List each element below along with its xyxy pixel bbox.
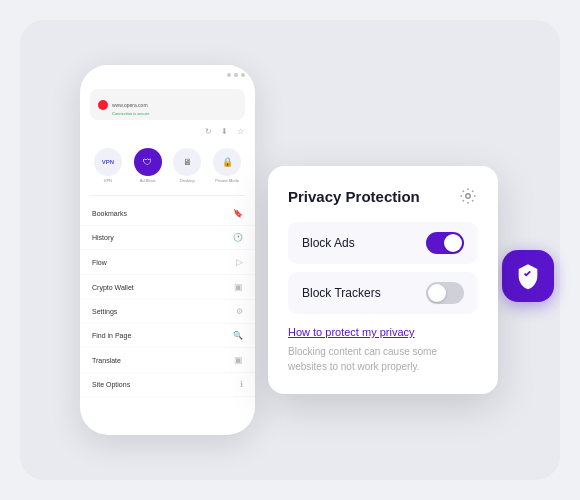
block-trackers-thumb [428, 284, 446, 302]
url-text: www.opera.com [112, 102, 148, 108]
menu-item-translate[interactable]: Translate ▣ [80, 348, 255, 373]
panel-title: Privacy Protection [288, 188, 420, 205]
divider-1 [90, 195, 245, 196]
phone-menu: Bookmarks 🔖 History 🕐 Flow ▷ Crypto Wall… [80, 198, 255, 435]
refresh-icon[interactable]: ↻ [203, 126, 213, 136]
quick-actions: VPN VPN 🛡 Ad Block 🖥 Desktop 🔒 Private M… [80, 142, 255, 189]
adblock-icon: 🛡 [134, 148, 162, 176]
star-icon[interactable]: ☆ [235, 126, 245, 136]
menu-label-translate: Translate [92, 357, 121, 364]
menu-label-site-options: Site Options [92, 381, 130, 388]
menu-icon-flow: ▷ [236, 257, 243, 267]
menu-label-bookmarks: Bookmarks [92, 210, 127, 217]
block-trackers-row: Block Trackers [288, 272, 478, 314]
status-wifi [234, 73, 238, 77]
svg-point-0 [466, 194, 471, 199]
menu-icon-history: 🕐 [233, 233, 243, 242]
menu-icon-bookmarks: 🔖 [233, 209, 243, 218]
vpn-label: VPN [104, 178, 112, 183]
private-icon: 🔒 [213, 148, 241, 176]
secure-label: Connection is secure [112, 111, 237, 116]
menu-icon-site-options: ℹ [240, 380, 243, 389]
phone-toolbar: ↻ ⬇ ☆ [80, 124, 255, 138]
menu-item-bookmarks[interactable]: Bookmarks 🔖 [80, 202, 255, 226]
block-trackers-toggle[interactable] [426, 282, 464, 304]
privacy-panel: Privacy Protection Block Ads Block Track… [268, 166, 498, 394]
phone-mockup: www.opera.com Connection is secure ↻ ⬇ ☆… [80, 65, 255, 435]
menu-label-flow: Flow [92, 259, 107, 266]
adblock-label: Ad Block [140, 178, 156, 183]
desktop-label: Desktop [180, 178, 195, 183]
menu-icon-crypto: ▣ [234, 282, 243, 292]
download-icon[interactable]: ⬇ [219, 126, 229, 136]
desktop-icon: 🖥 [173, 148, 201, 176]
quick-action-vpn[interactable]: VPN VPN [94, 148, 122, 183]
block-ads-toggle[interactable] [426, 232, 464, 254]
phone-status-bar [80, 65, 255, 85]
menu-icon-find: 🔍 [233, 331, 243, 340]
menu-item-flow[interactable]: Flow ▷ [80, 250, 255, 275]
shield-icon [514, 262, 542, 290]
status-signal [227, 73, 231, 77]
url-bar[interactable]: www.opera.com Connection is secure [90, 89, 245, 120]
block-ads-thumb [444, 234, 462, 252]
panel-header: Privacy Protection [288, 186, 478, 206]
menu-item-site-options[interactable]: Site Options ℹ [80, 373, 255, 397]
menu-label-history: History [92, 234, 114, 241]
menu-icon-settings: ⚙ [236, 307, 243, 316]
settings-gear-icon[interactable] [458, 186, 478, 206]
menu-item-settings[interactable]: Settings ⚙ [80, 300, 255, 324]
private-label: Private Mode [215, 178, 239, 183]
shield-badge [502, 250, 554, 302]
quick-action-desktop[interactable]: 🖥 Desktop [173, 148, 201, 183]
vpn-icon: VPN [94, 148, 122, 176]
menu-item-crypto[interactable]: Crypto Wallet ▣ [80, 275, 255, 300]
block-trackers-label: Block Trackers [302, 286, 381, 300]
privacy-note: Blocking content can cause some websites… [288, 344, 478, 374]
menu-label-crypto: Crypto Wallet [92, 284, 134, 291]
scene: www.opera.com Connection is secure ↻ ⬇ ☆… [20, 20, 560, 480]
menu-icon-translate: ▣ [234, 355, 243, 365]
block-ads-row: Block Ads [288, 222, 478, 264]
status-battery [241, 73, 245, 77]
menu-item-history[interactable]: History 🕐 [80, 226, 255, 250]
opera-logo [98, 100, 108, 110]
quick-action-private[interactable]: 🔒 Private Mode [213, 148, 241, 183]
menu-label-settings: Settings [92, 308, 117, 315]
menu-item-find[interactable]: Find in Page 🔍 [80, 324, 255, 348]
privacy-link[interactable]: How to protect my privacy [288, 326, 478, 338]
block-ads-label: Block Ads [302, 236, 355, 250]
quick-action-adblock[interactable]: 🛡 Ad Block [134, 148, 162, 183]
menu-label-find: Find in Page [92, 332, 131, 339]
